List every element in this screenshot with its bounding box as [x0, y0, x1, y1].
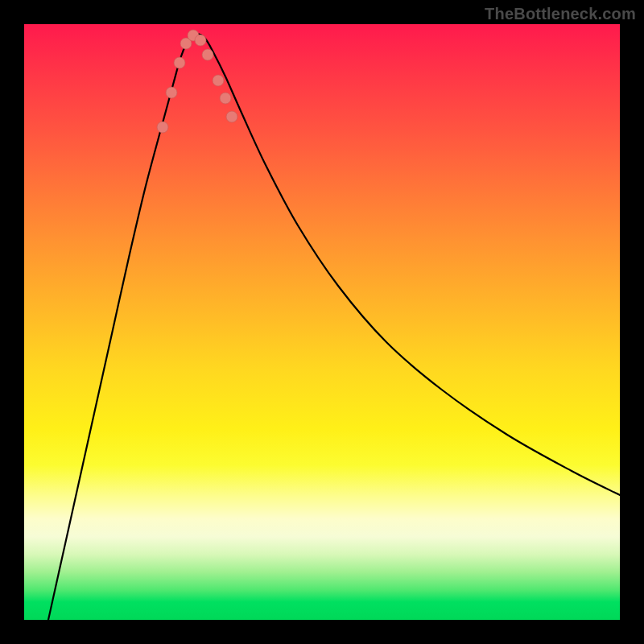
data-marker [226, 111, 237, 122]
data-marker [174, 57, 185, 68]
data-marker [220, 93, 231, 104]
curve-layer [24, 24, 620, 620]
data-marker [166, 87, 177, 98]
chart-frame: TheBottleneck.com [0, 0, 644, 644]
data-marker [157, 122, 168, 133]
data-marker [213, 75, 224, 86]
data-marker [202, 49, 213, 60]
bottleneck-curve [48, 34, 620, 620]
markers-group [157, 30, 237, 133]
watermark-text: TheBottleneck.com [485, 5, 636, 23]
data-marker [195, 35, 206, 46]
plot-area [24, 24, 620, 620]
